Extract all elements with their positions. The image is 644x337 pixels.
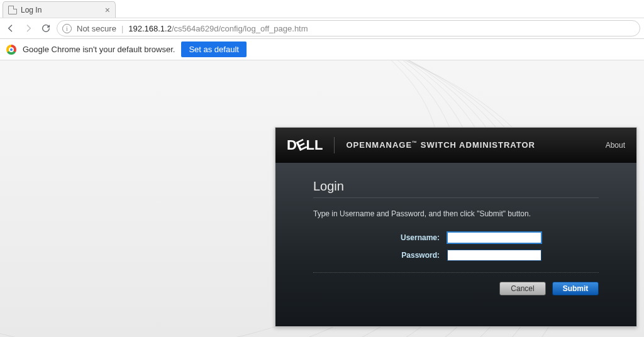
- url-path: /cs564a629d/config/log_off_page.htm: [172, 24, 308, 33]
- infobar-message: Google Chrome isn't your default browser…: [23, 45, 175, 54]
- url-text: 192.168.1.2/cs564a629d/config/log_off_pa…: [128, 24, 308, 33]
- close-icon[interactable]: ×: [105, 5, 110, 15]
- username-input[interactable]: [447, 232, 541, 243]
- submit-button[interactable]: Submit: [552, 282, 599, 296]
- username-label: Username:: [370, 233, 440, 242]
- button-row: Cancel Submit: [313, 282, 599, 296]
- about-link[interactable]: About: [606, 141, 625, 150]
- panel-body: Login Type in Username and Password, and…: [275, 163, 636, 326]
- header-separator: [334, 137, 335, 153]
- dell-logo: DELL: [287, 137, 323, 153]
- default-browser-infobar: Google Chrome isn't your default browser…: [0, 39, 644, 60]
- page-background: DELL OPENMANAGE™ SWITCH ADMINISTRATOR Ab…: [0, 60, 644, 337]
- forward-button[interactable]: [21, 21, 35, 35]
- password-label: Password:: [370, 251, 440, 260]
- url-host: 192.168.1.2: [128, 24, 172, 33]
- address-bar[interactable]: i Not secure | 192.168.1.2/cs564a629d/co…: [57, 20, 640, 36]
- file-icon: [8, 6, 17, 14]
- divider: [313, 197, 599, 198]
- info-icon[interactable]: i: [62, 24, 72, 33]
- product-title: OPENMANAGE™ SWITCH ADMINISTRATOR: [346, 140, 535, 150]
- panel-header: DELL OPENMANAGE™ SWITCH ADMINISTRATOR Ab…: [275, 128, 636, 163]
- password-input[interactable]: [447, 250, 541, 261]
- separator: |: [121, 24, 123, 33]
- browser-tab-strip: Log In ×: [0, 0, 644, 18]
- tab-title: Log In: [21, 6, 105, 14]
- login-panel: DELL OPENMANAGE™ SWITCH ADMINISTRATOR Ab…: [275, 127, 637, 327]
- username-row: Username:: [313, 232, 599, 243]
- chrome-icon: [6, 45, 16, 55]
- set-default-button[interactable]: Set as default: [181, 41, 247, 57]
- security-status: Not secure: [77, 24, 116, 33]
- password-row: Password:: [313, 250, 599, 261]
- login-instructions: Type in Username and Password, and then …: [313, 209, 599, 218]
- back-button[interactable]: [4, 21, 18, 35]
- dotted-divider: [313, 272, 599, 273]
- login-heading: Login: [313, 179, 599, 194]
- reload-button[interactable]: [39, 21, 53, 35]
- cancel-button[interactable]: Cancel: [499, 282, 546, 296]
- browser-toolbar: i Not secure | 192.168.1.2/cs564a629d/co…: [0, 18, 644, 39]
- browser-tab[interactable]: Log In ×: [3, 1, 116, 18]
